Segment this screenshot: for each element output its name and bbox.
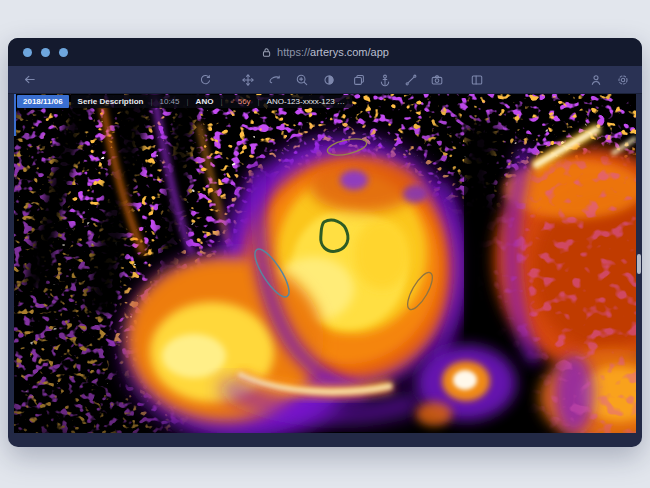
series-description: Serie Description	[78, 96, 144, 107]
mri-image	[14, 94, 636, 433]
zoom-in-button[interactable]	[293, 71, 311, 89]
patient-name: ANO	[196, 96, 214, 107]
lock-icon	[261, 47, 272, 58]
pan-icon	[241, 73, 255, 87]
series-indicator	[14, 94, 16, 136]
liver-region	[14, 94, 636, 433]
window-level-icon	[322, 73, 336, 87]
series-date-chip: 2018/11/06	[17, 95, 69, 108]
rotate-view-button[interactable]	[266, 71, 284, 89]
camera-icon	[430, 73, 444, 87]
user-icon	[589, 73, 603, 87]
reset-rotate-icon	[198, 73, 212, 87]
measure-line-button[interactable]	[402, 71, 420, 89]
back-button[interactable]	[20, 71, 38, 89]
window-control-dot[interactable]	[59, 48, 68, 57]
layers-button[interactable]	[350, 71, 368, 89]
window-control-dot[interactable]	[23, 48, 32, 57]
browser-window: https://arterys.com/app	[8, 38, 642, 447]
series-info-bar: 2018/11/06 Serie Description | 10:45 | A…	[17, 95, 352, 108]
browser-titlebar: https://arterys.com/app	[8, 38, 642, 66]
url-text: https://arterys.com/app	[277, 46, 389, 58]
window-control-dot[interactable]	[41, 48, 50, 57]
address-bar[interactable]: https://arterys.com/app	[261, 46, 389, 58]
anchor-icon	[378, 73, 392, 87]
zoom-in-icon	[295, 73, 309, 87]
pan-button[interactable]	[239, 71, 257, 89]
back-arrow-icon	[22, 72, 37, 87]
layout-icon	[470, 73, 484, 87]
mri-viewport[interactable]: 2018/11/06 Serie Description | 10:45 | A…	[14, 94, 636, 433]
series-info-chip: Serie Description | 10:45 | ANO | ♂ 56y …	[71, 95, 352, 108]
settings-button[interactable]	[614, 71, 632, 89]
viewer-toolbar	[8, 66, 642, 94]
snapshot-button[interactable]	[428, 71, 446, 89]
study-id: ANO-123-xxxx-123 …	[267, 96, 345, 107]
window-controls	[23, 48, 68, 57]
rotate-view-icon	[268, 73, 282, 87]
scrollbar-thumb[interactable]	[637, 254, 641, 274]
reset-rotate-button[interactable]	[196, 71, 214, 89]
anchor-tool-button[interactable]	[376, 71, 394, 89]
series-time: 10:45	[160, 96, 180, 107]
layers-icon	[352, 73, 366, 87]
patient-sex-age: ♂ 56y	[229, 96, 250, 107]
window-level-button[interactable]	[320, 71, 338, 89]
gear-icon	[616, 73, 630, 87]
layout-button[interactable]	[468, 71, 486, 89]
measure-line-icon	[404, 73, 418, 87]
user-button[interactable]	[587, 71, 605, 89]
